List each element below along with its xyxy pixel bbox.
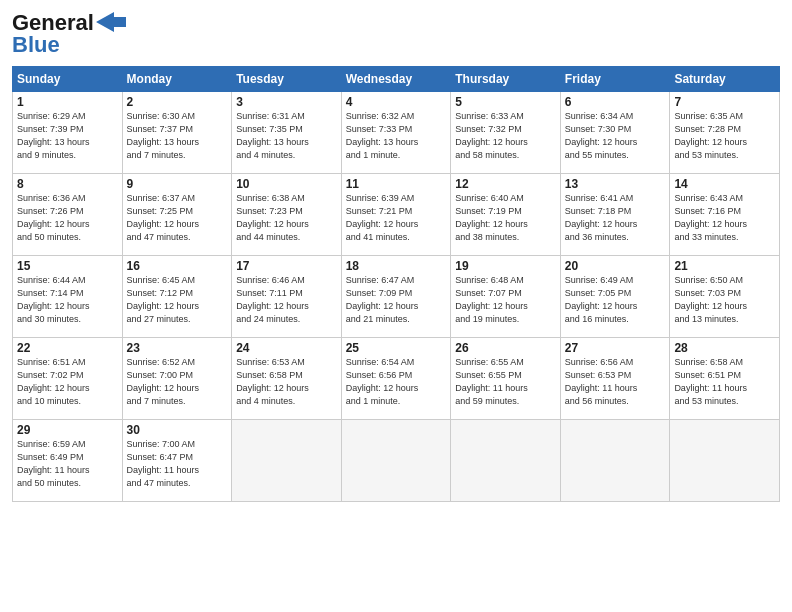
calendar-cell: 15Sunrise: 6:44 AM Sunset: 7:14 PM Dayli… [13,256,123,338]
calendar-header-cell: Wednesday [341,67,451,92]
day-number: 25 [346,341,447,355]
day-number: 6 [565,95,666,109]
day-number: 23 [127,341,228,355]
main-container: General Blue SundayMondayTuesdayWednesda… [0,0,792,510]
calendar-cell: 23Sunrise: 6:52 AM Sunset: 7:00 PM Dayli… [122,338,232,420]
day-info: Sunrise: 6:58 AM Sunset: 6:51 PM Dayligh… [674,356,775,408]
day-info: Sunrise: 6:41 AM Sunset: 7:18 PM Dayligh… [565,192,666,244]
day-number: 7 [674,95,775,109]
day-info: Sunrise: 7:00 AM Sunset: 6:47 PM Dayligh… [127,438,228,490]
day-number: 4 [346,95,447,109]
day-info: Sunrise: 6:43 AM Sunset: 7:16 PM Dayligh… [674,192,775,244]
svg-marker-0 [96,12,126,32]
calendar-cell: 14Sunrise: 6:43 AM Sunset: 7:16 PM Dayli… [670,174,780,256]
day-info: Sunrise: 6:33 AM Sunset: 7:32 PM Dayligh… [455,110,556,162]
day-number: 19 [455,259,556,273]
day-info: Sunrise: 6:37 AM Sunset: 7:25 PM Dayligh… [127,192,228,244]
day-info: Sunrise: 6:36 AM Sunset: 7:26 PM Dayligh… [17,192,118,244]
day-number: 20 [565,259,666,273]
day-number: 16 [127,259,228,273]
calendar-cell: 12Sunrise: 6:40 AM Sunset: 7:19 PM Dayli… [451,174,561,256]
day-number: 8 [17,177,118,191]
calendar-cell [560,420,670,502]
day-info: Sunrise: 6:30 AM Sunset: 7:37 PM Dayligh… [127,110,228,162]
day-number: 15 [17,259,118,273]
day-number: 28 [674,341,775,355]
day-info: Sunrise: 6:53 AM Sunset: 6:58 PM Dayligh… [236,356,337,408]
day-info: Sunrise: 6:55 AM Sunset: 6:55 PM Dayligh… [455,356,556,408]
day-info: Sunrise: 6:56 AM Sunset: 6:53 PM Dayligh… [565,356,666,408]
day-info: Sunrise: 6:32 AM Sunset: 7:33 PM Dayligh… [346,110,447,162]
day-info: Sunrise: 6:40 AM Sunset: 7:19 PM Dayligh… [455,192,556,244]
calendar-cell: 1Sunrise: 6:29 AM Sunset: 7:39 PM Daylig… [13,92,123,174]
day-info: Sunrise: 6:59 AM Sunset: 6:49 PM Dayligh… [17,438,118,490]
calendar-cell: 11Sunrise: 6:39 AM Sunset: 7:21 PM Dayli… [341,174,451,256]
day-info: Sunrise: 6:45 AM Sunset: 7:12 PM Dayligh… [127,274,228,326]
calendar-cell: 17Sunrise: 6:46 AM Sunset: 7:11 PM Dayli… [232,256,342,338]
calendar-header-cell: Thursday [451,67,561,92]
calendar-cell [670,420,780,502]
calendar-cell [232,420,342,502]
day-number: 10 [236,177,337,191]
calendar-cell: 25Sunrise: 6:54 AM Sunset: 6:56 PM Dayli… [341,338,451,420]
day-info: Sunrise: 6:51 AM Sunset: 7:02 PM Dayligh… [17,356,118,408]
calendar-cell: 13Sunrise: 6:41 AM Sunset: 7:18 PM Dayli… [560,174,670,256]
calendar-header-row: SundayMondayTuesdayWednesdayThursdayFrid… [13,67,780,92]
calendar-cell: 4Sunrise: 6:32 AM Sunset: 7:33 PM Daylig… [341,92,451,174]
day-info: Sunrise: 6:29 AM Sunset: 7:39 PM Dayligh… [17,110,118,162]
calendar-week-row: 22Sunrise: 6:51 AM Sunset: 7:02 PM Dayli… [13,338,780,420]
day-number: 21 [674,259,775,273]
day-number: 18 [346,259,447,273]
calendar-week-row: 8Sunrise: 6:36 AM Sunset: 7:26 PM Daylig… [13,174,780,256]
day-number: 9 [127,177,228,191]
calendar-cell [451,420,561,502]
calendar-cell: 28Sunrise: 6:58 AM Sunset: 6:51 PM Dayli… [670,338,780,420]
day-number: 14 [674,177,775,191]
logo-blue: Blue [12,32,60,58]
calendar-cell: 29Sunrise: 6:59 AM Sunset: 6:49 PM Dayli… [13,420,123,502]
calendar-cell: 18Sunrise: 6:47 AM Sunset: 7:09 PM Dayli… [341,256,451,338]
calendar-table: SundayMondayTuesdayWednesdayThursdayFrid… [12,66,780,502]
day-number: 3 [236,95,337,109]
day-number: 22 [17,341,118,355]
calendar-cell: 8Sunrise: 6:36 AM Sunset: 7:26 PM Daylig… [13,174,123,256]
day-number: 12 [455,177,556,191]
day-number: 29 [17,423,118,437]
calendar-header-cell: Friday [560,67,670,92]
calendar-cell: 26Sunrise: 6:55 AM Sunset: 6:55 PM Dayli… [451,338,561,420]
day-number: 1 [17,95,118,109]
calendar-cell: 27Sunrise: 6:56 AM Sunset: 6:53 PM Dayli… [560,338,670,420]
day-info: Sunrise: 6:54 AM Sunset: 6:56 PM Dayligh… [346,356,447,408]
day-number: 13 [565,177,666,191]
calendar-cell: 7Sunrise: 6:35 AM Sunset: 7:28 PM Daylig… [670,92,780,174]
calendar-body: 1Sunrise: 6:29 AM Sunset: 7:39 PM Daylig… [13,92,780,502]
calendar-cell: 24Sunrise: 6:53 AM Sunset: 6:58 PM Dayli… [232,338,342,420]
calendar-cell: 22Sunrise: 6:51 AM Sunset: 7:02 PM Dayli… [13,338,123,420]
calendar-header-cell: Tuesday [232,67,342,92]
day-number: 11 [346,177,447,191]
calendar-cell: 30Sunrise: 7:00 AM Sunset: 6:47 PM Dayli… [122,420,232,502]
day-info: Sunrise: 6:35 AM Sunset: 7:28 PM Dayligh… [674,110,775,162]
calendar-cell: 20Sunrise: 6:49 AM Sunset: 7:05 PM Dayli… [560,256,670,338]
logo: General Blue [12,10,126,58]
day-info: Sunrise: 6:52 AM Sunset: 7:00 PM Dayligh… [127,356,228,408]
header: General Blue [12,10,780,58]
calendar-cell: 10Sunrise: 6:38 AM Sunset: 7:23 PM Dayli… [232,174,342,256]
calendar-week-row: 29Sunrise: 6:59 AM Sunset: 6:49 PM Dayli… [13,420,780,502]
calendar-header-cell: Monday [122,67,232,92]
day-info: Sunrise: 6:31 AM Sunset: 7:35 PM Dayligh… [236,110,337,162]
day-info: Sunrise: 6:46 AM Sunset: 7:11 PM Dayligh… [236,274,337,326]
day-info: Sunrise: 6:44 AM Sunset: 7:14 PM Dayligh… [17,274,118,326]
calendar-header-cell: Saturday [670,67,780,92]
day-number: 24 [236,341,337,355]
calendar-cell [341,420,451,502]
day-info: Sunrise: 6:34 AM Sunset: 7:30 PM Dayligh… [565,110,666,162]
logo-arrow-icon [96,12,126,32]
day-number: 27 [565,341,666,355]
calendar-cell: 21Sunrise: 6:50 AM Sunset: 7:03 PM Dayli… [670,256,780,338]
day-number: 5 [455,95,556,109]
day-info: Sunrise: 6:50 AM Sunset: 7:03 PM Dayligh… [674,274,775,326]
calendar-header-cell: Sunday [13,67,123,92]
calendar-cell: 19Sunrise: 6:48 AM Sunset: 7:07 PM Dayli… [451,256,561,338]
day-info: Sunrise: 6:48 AM Sunset: 7:07 PM Dayligh… [455,274,556,326]
